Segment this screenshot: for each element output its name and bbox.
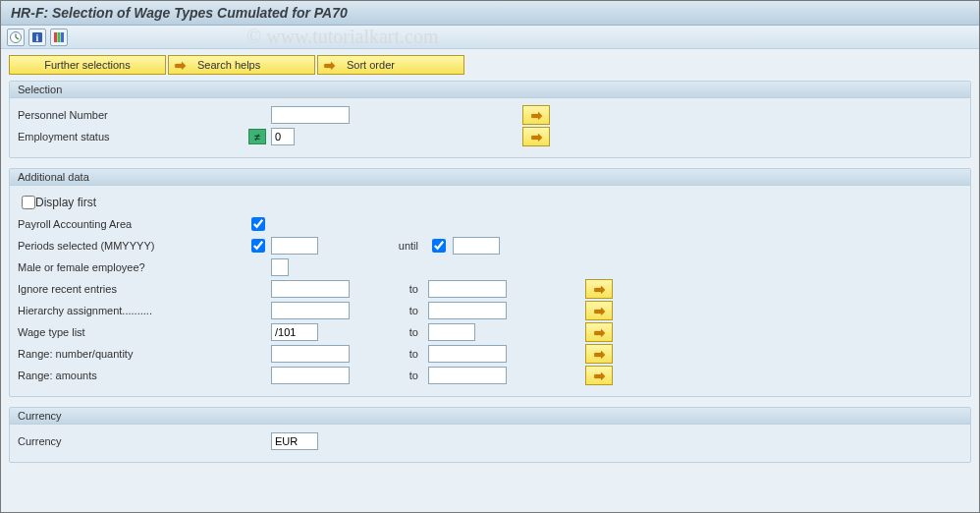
ignore-recent-from-input[interactable]: [271, 280, 350, 298]
employment-status-label: Employment status: [18, 131, 244, 142]
currency-group: Currency Currency: [9, 407, 971, 463]
info-button[interactable]: i: [28, 28, 46, 46]
personnel-number-multiselect-button[interactable]: ➡: [522, 105, 550, 125]
sort-order-label: Sort order: [347, 59, 395, 71]
display-first-checkbox[interactable]: [22, 196, 35, 209]
arrow-right-icon: ➡: [594, 304, 605, 318]
to-label: to: [359, 305, 428, 316]
hierarchy-from-input[interactable]: [271, 302, 350, 319]
arrow-right-icon: ➡: [594, 347, 605, 362]
hierarchy-multiselect-button[interactable]: ➡: [585, 301, 613, 320]
window-title: HR-F: Selection of Wage Types Cumulated …: [1, 1, 979, 26]
execute-button[interactable]: [7, 28, 25, 46]
wagetype-from-input[interactable]: [271, 323, 318, 341]
range-amt-to-input[interactable]: [428, 367, 507, 384]
selection-group: Selection Personnel Number ➡ Employment …: [9, 81, 971, 158]
arrow-right-icon: ➡: [594, 282, 605, 297]
clock-execute-icon: [9, 30, 23, 44]
svg-rect-3: [54, 32, 57, 42]
system-toolbar: i: [1, 26, 979, 49]
ignore-recent-multiselect-button[interactable]: ➡: [585, 279, 613, 299]
additional-data-group-title: Additional data: [10, 169, 970, 186]
range-qty-label: Range: number/quantity: [18, 348, 244, 360]
selection-group-title: Selection: [10, 82, 970, 98]
further-selections-button[interactable]: Further selections: [9, 55, 166, 75]
hierarchy-to-input[interactable]: [428, 302, 507, 319]
periods-to-input[interactable]: [453, 237, 500, 255]
ignore-recent-to-input[interactable]: [428, 280, 507, 298]
payroll-area-checkbox[interactable]: [251, 217, 265, 231]
range-qty-from-input[interactable]: [271, 345, 350, 363]
info-icon: i: [30, 30, 44, 44]
svg-rect-4: [58, 32, 61, 42]
currency-group-title: Currency: [10, 408, 970, 425]
arrow-right-icon: ➡: [531, 108, 542, 123]
sort-order-button[interactable]: ➡ Sort order: [317, 55, 464, 75]
further-selections-label: Further selections: [44, 59, 130, 71]
ignore-recent-label: Ignore recent entries: [18, 283, 244, 295]
to-label: to: [359, 326, 428, 338]
arrow-right-icon: ➡: [324, 58, 335, 73]
until-label: until: [359, 240, 428, 252]
columns-icon: [52, 30, 66, 44]
search-helps-button[interactable]: ➡ Search helps: [168, 55, 315, 75]
range-qty-to-input[interactable]: [428, 345, 507, 363]
periods-from-input[interactable]: [271, 237, 318, 255]
currency-label: Currency: [18, 435, 244, 447]
display-first-label: Display first: [35, 196, 96, 209]
arrow-right-icon: ➡: [594, 325, 605, 340]
to-label: to: [359, 283, 428, 295]
arrow-right-icon: ➡: [531, 130, 542, 144]
range-amt-label: Range: amounts: [18, 370, 244, 381]
employment-status-input[interactable]: [271, 128, 295, 145]
wagetype-multiselect-button[interactable]: ➡: [585, 322, 613, 342]
search-helps-label: Search helps: [197, 59, 260, 71]
currency-input[interactable]: [271, 432, 318, 450]
employment-status-multiselect-button[interactable]: ➡: [522, 127, 550, 146]
svg-rect-5: [61, 32, 64, 42]
gender-label: Male or female employee?: [18, 261, 244, 273]
periods-from-checkbox[interactable]: [251, 239, 265, 253]
wagetype-to-input[interactable]: [428, 323, 475, 341]
to-label: to: [359, 370, 428, 381]
payroll-area-label: Payroll Accounting Area: [18, 218, 244, 230]
range-amt-from-input[interactable]: [271, 367, 350, 384]
range-qty-multiselect-button[interactable]: ➡: [585, 344, 613, 364]
periods-label: Periods selected (MMYYYY): [18, 240, 244, 252]
not-equal-icon[interactable]: ≠: [248, 129, 266, 144]
gender-input[interactable]: [271, 258, 289, 276]
additional-data-group: Additional data Display first Payroll Ac…: [9, 168, 971, 397]
personnel-number-label: Personnel Number: [18, 109, 244, 121]
periods-to-checkbox[interactable]: [432, 239, 446, 253]
variant-button[interactable]: [50, 28, 68, 46]
range-amt-multiselect-button[interactable]: ➡: [585, 366, 613, 385]
to-label: to: [359, 348, 428, 360]
svg-text:i: i: [36, 32, 39, 43]
arrow-right-icon: ➡: [594, 369, 605, 383]
arrow-right-icon: ➡: [175, 58, 186, 73]
personnel-number-input[interactable]: [271, 106, 350, 124]
wagetype-label: Wage type list: [18, 326, 244, 338]
hierarchy-label: Hierarchy assignment..........: [18, 305, 244, 316]
application-toolbar: Further selections ➡ Search helps ➡ Sort…: [9, 55, 971, 75]
